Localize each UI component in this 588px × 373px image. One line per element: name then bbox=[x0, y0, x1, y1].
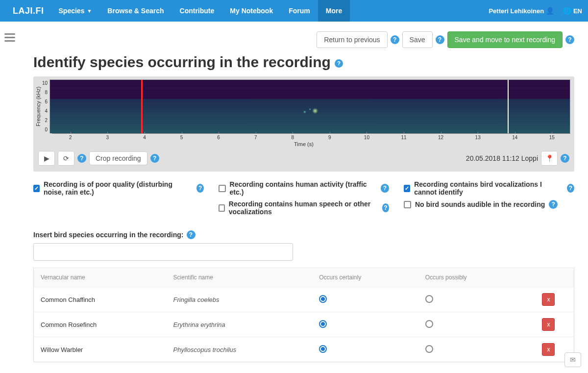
delete-button[interactable]: x bbox=[542, 318, 555, 331]
radio-possibly[interactable] bbox=[425, 320, 433, 328]
feedback-button[interactable]: ✉ bbox=[564, 352, 581, 367]
help-icon[interactable]: ? bbox=[549, 200, 558, 209]
help-icon[interactable]: ? bbox=[196, 184, 204, 193]
help-icon[interactable]: ? bbox=[187, 230, 196, 239]
user-icon: 👤 bbox=[544, 7, 554, 15]
checkbox-icon[interactable] bbox=[404, 185, 410, 192]
flag-human-speech[interactable]: Recording contains human speech or other… bbox=[219, 200, 389, 216]
language-switch[interactable]: 🌐 EN bbox=[563, 7, 582, 15]
nav-forum[interactable]: Forum bbox=[281, 0, 318, 22]
insert-bird-label: Insert bird species occurring in the rec… bbox=[33, 219, 574, 243]
help-icon[interactable]: ? bbox=[565, 35, 574, 44]
checkbox-icon[interactable] bbox=[219, 185, 226, 192]
help-icon[interactable]: ? bbox=[381, 184, 389, 193]
mail-icon: ✉ bbox=[570, 356, 576, 364]
save-button[interactable]: Save bbox=[402, 31, 433, 48]
scientific-cell: Fringilla coelebs bbox=[167, 287, 313, 312]
y-axis-label: Frequency (kHz) bbox=[35, 79, 41, 133]
spectrogram-panel: Frequency (kHz) 10 8 6 4 2 0 2 bbox=[33, 76, 574, 172]
x-ticks: 2 3 4 5 6 7 8 9 10 11 12 13 14 15 bbox=[52, 133, 570, 140]
checkbox-icon[interactable] bbox=[404, 201, 411, 208]
return-button[interactable]: Return to previous bbox=[317, 31, 387, 48]
nav-notebook[interactable]: My Notebook bbox=[222, 0, 281, 22]
help-icon[interactable]: ? bbox=[567, 184, 574, 193]
vernacular-cell: Common Rosefinch bbox=[34, 312, 167, 337]
nav-species[interactable]: Species▼ bbox=[51, 0, 100, 22]
recording-meta: 20.05.2018 11:12 Loppi bbox=[466, 154, 538, 162]
location-button[interactable]: 📍 bbox=[541, 151, 558, 166]
radio-certainly[interactable] bbox=[319, 345, 327, 353]
col-possibly: Occurs possibly bbox=[418, 268, 523, 287]
flag-human-activity[interactable]: Recording contains human activity (traff… bbox=[219, 180, 389, 196]
insert-other-label: Insert another animal species occurring … bbox=[33, 362, 574, 373]
col-certainly: Occurs certainly bbox=[312, 268, 418, 287]
table-row: Common RosefinchErythrina erythrinax bbox=[34, 312, 574, 337]
brand-logo[interactable]: LAJI.FI bbox=[6, 6, 51, 16]
bird-species-input[interactable] bbox=[33, 243, 293, 261]
playhead-end[interactable] bbox=[508, 80, 509, 133]
save-next-button[interactable]: Save and move to next recording bbox=[447, 31, 563, 48]
help-icon[interactable]: ? bbox=[436, 35, 444, 44]
radio-possibly[interactable] bbox=[425, 295, 433, 303]
table-row: Willow WarblerPhylloscopus trochilusx bbox=[34, 337, 574, 362]
radio-certainly[interactable] bbox=[319, 320, 327, 328]
delete-button[interactable]: x bbox=[542, 293, 555, 306]
nav-more[interactable]: More bbox=[318, 0, 350, 22]
scientific-cell: Phylloscopus trochilus bbox=[167, 337, 313, 362]
help-icon[interactable]: ? bbox=[561, 154, 569, 163]
col-vernacular: Vernacular name bbox=[34, 268, 167, 287]
globe-icon: 🌐 bbox=[563, 7, 573, 15]
vernacular-cell: Common Chaffinch bbox=[34, 287, 167, 312]
bird-species-table: Vernacular name Scientific name Occurs c… bbox=[33, 268, 574, 362]
page-title: Identify species occurring in the record… bbox=[33, 54, 574, 71]
crop-button[interactable]: Crop recording bbox=[89, 151, 147, 165]
delete-button[interactable]: x bbox=[542, 343, 555, 356]
checkbox-icon[interactable] bbox=[219, 204, 225, 212]
playhead-start[interactable] bbox=[141, 80, 143, 133]
nav-browse[interactable]: Browse & Search bbox=[99, 0, 172, 22]
table-row: Common ChaffinchFringilla coelebsx bbox=[34, 287, 574, 312]
flag-poor-quality[interactable]: Recording is of poor quality (disturbing… bbox=[33, 180, 204, 196]
user-name[interactable]: Petteri Lehikoinen 👤 bbox=[489, 7, 554, 15]
top-navbar: LAJI.FI Species▼ Browse & Search Contrib… bbox=[0, 0, 588, 22]
menu-icon[interactable] bbox=[4, 31, 15, 373]
col-scientific: Scientific name bbox=[167, 268, 313, 287]
nav-contribute[interactable]: Contribute bbox=[172, 0, 222, 22]
spectrogram[interactable] bbox=[49, 79, 570, 133]
flag-no-bird[interactable]: No bird sounds audible in the recording … bbox=[404, 200, 574, 209]
help-icon[interactable]: ? bbox=[77, 154, 86, 163]
reload-button[interactable]: ⟳ bbox=[58, 151, 74, 166]
vernacular-cell: Willow Warbler bbox=[34, 337, 167, 362]
radio-certainly[interactable] bbox=[319, 295, 327, 303]
sidebar bbox=[0, 22, 20, 373]
help-icon[interactable]: ? bbox=[391, 35, 399, 44]
y-ticks: 10 8 6 4 2 0 bbox=[41, 79, 49, 133]
play-button[interactable]: ▶ bbox=[38, 151, 55, 166]
checkbox-icon[interactable] bbox=[33, 185, 40, 192]
action-bar: Return to previous ? Save ? Save and mov… bbox=[33, 22, 574, 53]
help-icon[interactable]: ? bbox=[382, 203, 389, 212]
scientific-cell: Erythrina erythrina bbox=[167, 312, 313, 337]
caret-down-icon: ▼ bbox=[87, 8, 92, 14]
flag-unknown-bird[interactable]: Recording contains bird vocalizations I … bbox=[404, 180, 574, 196]
radio-possibly[interactable] bbox=[425, 345, 433, 353]
help-icon[interactable]: ? bbox=[150, 154, 159, 163]
help-icon[interactable]: ? bbox=[335, 59, 343, 68]
x-axis-label: Time (s) bbox=[33, 140, 574, 147]
